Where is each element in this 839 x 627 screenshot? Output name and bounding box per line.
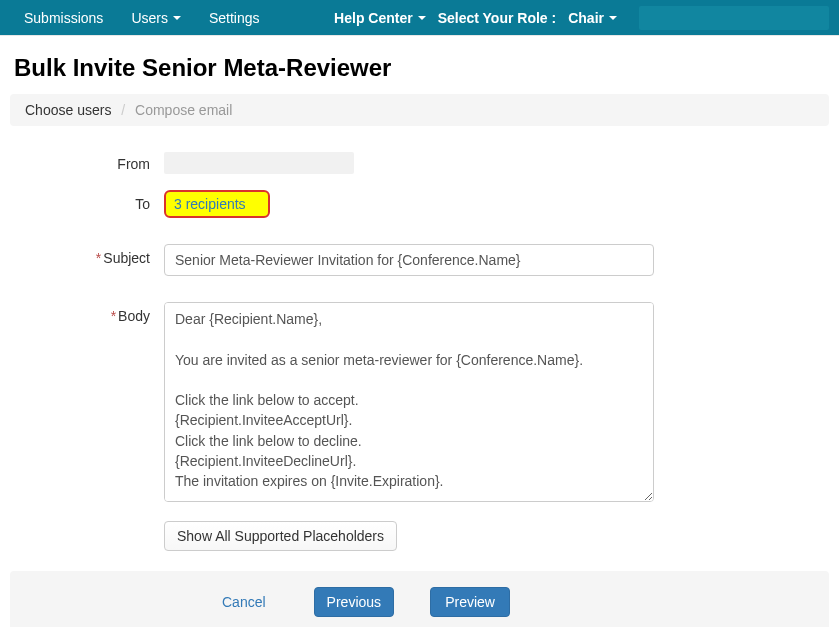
from-row: From	[14, 150, 825, 174]
nav-settings[interactable]: Settings	[195, 0, 274, 36]
body-textarea[interactable]	[164, 302, 654, 502]
body-label: *Body	[14, 302, 164, 324]
nav-help-center[interactable]: Help Center	[320, 0, 432, 36]
breadcrumb-step-compose-email: Compose email	[135, 102, 232, 118]
nav-center-group: Help Center Select Your Role : Chair	[320, 0, 629, 36]
placeholders-row: Show All Supported Placeholders	[14, 521, 825, 551]
body-label-text: Body	[118, 308, 150, 324]
from-label: From	[14, 150, 164, 172]
caret-down-icon	[609, 16, 617, 20]
recipients-link[interactable]: 3 recipients	[164, 190, 270, 218]
body-row: *Body	[14, 302, 825, 505]
cancel-button[interactable]: Cancel	[210, 588, 278, 616]
subject-label: *Subject	[14, 244, 164, 266]
from-value	[164, 152, 354, 174]
previous-button[interactable]: Previous	[314, 587, 394, 617]
compose-form: From To 3 recipients *Subject *Body Show…	[0, 150, 839, 551]
nav-select-role-label: Select Your Role :	[432, 10, 563, 26]
nav-users[interactable]: Users	[117, 0, 195, 36]
breadcrumb: Choose users / Compose email	[10, 94, 829, 126]
nav-users-label: Users	[131, 10, 168, 26]
nav-user-area[interactable]	[639, 6, 829, 30]
nav-role-value-text: Chair	[568, 10, 604, 26]
footer-actions: Cancel Previous Preview	[10, 571, 829, 627]
to-row: To 3 recipients	[14, 190, 825, 218]
breadcrumb-separator: /	[115, 102, 131, 118]
subject-input[interactable]	[164, 244, 654, 276]
top-navbar: Submissions Users Settings Help Center S…	[0, 0, 839, 36]
breadcrumb-step-choose-users[interactable]: Choose users	[25, 102, 111, 118]
nav-left-group: Submissions Users Settings	[10, 0, 274, 36]
nav-submissions[interactable]: Submissions	[10, 0, 117, 36]
show-placeholders-button[interactable]: Show All Supported Placeholders	[164, 521, 397, 551]
caret-down-icon	[173, 16, 181, 20]
caret-down-icon	[418, 16, 426, 20]
to-label: To	[14, 190, 164, 212]
nav-role-selector[interactable]: Chair	[562, 10, 629, 26]
nav-help-center-label: Help Center	[334, 10, 413, 26]
page-title: Bulk Invite Senior Meta-Reviewer	[14, 54, 839, 82]
subject-row: *Subject	[14, 244, 825, 276]
preview-button[interactable]: Preview	[430, 587, 510, 617]
subject-label-text: Subject	[103, 250, 150, 266]
